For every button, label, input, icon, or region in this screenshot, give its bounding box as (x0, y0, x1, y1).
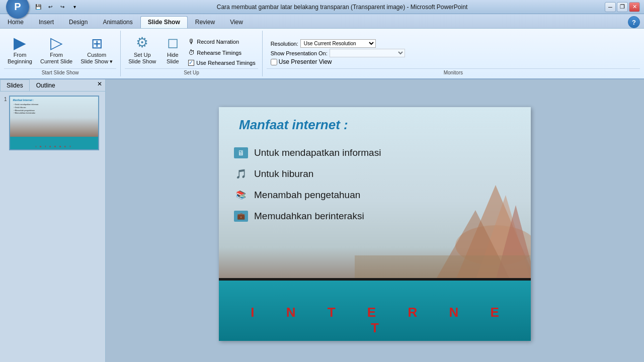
slide-number: 1 (4, 96, 7, 102)
ribbon-content: ▶ From Beginning ▷ From Current Slide ⊞ (0, 29, 644, 78)
use-presenter-checkbox[interactable] (271, 59, 277, 65)
resolution-label: Resolution: (271, 41, 298, 47)
item-text-4: Memudahkan berinteraksi (254, 211, 364, 222)
slide-item-1: 🖥 Untuk mendapatkan informasi (234, 147, 521, 158)
slide-container[interactable]: Manfaat internet : 🖥 Untuk mendapatkan i… (219, 107, 531, 341)
tab-animations[interactable]: Animations (95, 16, 140, 28)
start-slideshow-group-label: Start Slide Show (4, 68, 116, 75)
rehearse-timings-label: Rehearse Timings (197, 50, 242, 56)
slide-area: Manfaat internet : 🖥 Untuk mendapatkan i… (106, 79, 644, 362)
tab-design[interactable]: Design (61, 16, 95, 28)
tab-review[interactable]: Review (188, 16, 222, 28)
use-rehearsed-timings-button[interactable]: Use Rehearsed Timings (186, 58, 258, 67)
use-rehearsed-label: Use Rehearsed Timings (196, 60, 255, 66)
slide-footer-internet: I N T E R N E T (219, 305, 531, 336)
main-area: Slides Outline ✕ 1 Manfaat Internet : • … (0, 79, 644, 362)
item-icon-3: 📚 (234, 190, 248, 201)
slide-item-4: 💼 Memudahkan berinteraksi (234, 211, 521, 222)
slide-thumbnail[interactable]: Manfaat Internet : • Untuk mendapatkan i… (9, 96, 99, 150)
title-bar: P 💾 ↩ ↪ ▾ Cara membuat gambar latar bela… (0, 0, 644, 14)
monitors-group-label: Monitors (267, 68, 640, 75)
from-current-slide-button[interactable]: ▷ From Current Slide (37, 32, 76, 67)
from-beginning-icon: ▶ (14, 35, 26, 51)
hide-slide-icon: ◻ (167, 34, 179, 51)
from-beginning-label: From Beginning (8, 52, 32, 65)
redo-qat-button[interactable]: ↪ (57, 2, 67, 12)
svg-rect-5 (355, 255, 531, 281)
help-button[interactable]: ? (628, 16, 640, 28)
tab-home[interactable]: Home (0, 16, 31, 28)
ribbon-tabs: Home Insert Design Animations Slide Show… (0, 14, 644, 29)
ribbon-group-start-slideshow: ▶ From Beginning ▷ From Current Slide ⊞ (0, 31, 121, 76)
hide-slide-button[interactable]: ◻ Hide Slide (162, 32, 184, 67)
item-icon-1: 🖥 (234, 147, 248, 158)
restore-button[interactable]: ❐ (617, 2, 628, 12)
item-text-2: Untuk hiburan (254, 168, 313, 179)
tab-view[interactable]: View (222, 16, 251, 28)
window-title: Cara membuat gambar latar belakang trans… (79, 4, 605, 11)
use-presenter-label: Use Presenter View (279, 58, 332, 65)
tab-slideshow[interactable]: Slide Show (140, 16, 188, 28)
show-on-select[interactable] (330, 49, 405, 57)
ribbon-group-setup: ⚙ Set Up Slide Show ◻ Hide Slide (121, 31, 262, 76)
customize-qat-button[interactable]: ▾ (69, 2, 79, 12)
record-narration-button[interactable]: 🎙 Record Narration (186, 36, 258, 47)
slide-title: Manfaat internet : (239, 117, 348, 133)
from-current-icon: ▷ (50, 35, 63, 51)
setup-group-label: Set Up (125, 68, 258, 75)
item-text-1: Untuk mendapatkan informasi (254, 147, 381, 158)
outline-tab[interactable]: Outline (30, 79, 62, 91)
item-text-3: Menambah pengetahuan (254, 190, 360, 201)
slides-tab[interactable]: Slides (0, 79, 30, 91)
record-narration-icon: 🎙 (188, 38, 195, 45)
show-on-label: Show Presentation On: (271, 50, 328, 56)
slide-item-2: 🎵 Untuk hiburan (234, 168, 521, 179)
rehearse-timings-button[interactable]: ⏱ Rehearse Timings (186, 47, 258, 58)
custom-slide-show-button[interactable]: ⊞ Custom Slide Show ▾ (77, 34, 116, 67)
tab-insert[interactable]: Insert (31, 16, 61, 28)
use-rehearsed-checkbox[interactable] (188, 60, 194, 66)
slides-list: 1 Manfaat Internet : • Untuk mendapatkan… (0, 92, 105, 362)
rehearse-timings-icon: ⏱ (188, 49, 195, 56)
resolution-select[interactable]: Use Current Resolution (300, 39, 376, 48)
record-narration-label: Record Narration (197, 39, 239, 45)
slides-panel-close[interactable]: ✕ (94, 79, 105, 91)
item-icon-2: 🎵 (234, 168, 248, 179)
item-icon-4: 💼 (234, 211, 248, 222)
from-current-label: From Current Slide (40, 52, 72, 65)
ribbon-group-monitors: Resolution: Use Current Resolution Show … (263, 31, 644, 76)
set-up-slide-show-button[interactable]: ⚙ Set Up Slide Show (125, 32, 159, 67)
custom-show-label: Custom Slide Show ▾ (80, 52, 113, 65)
slides-panel-tabs: Slides Outline ✕ (0, 79, 105, 92)
close-button[interactable]: ✕ (629, 2, 640, 12)
slides-panel: Slides Outline ✕ 1 Manfaat Internet : • … (0, 79, 106, 362)
setup-icon: ⚙ (136, 34, 148, 51)
window-controls: ─ ❐ ✕ (605, 2, 640, 12)
ribbon: Home Insert Design Animations Slide Show… (0, 14, 644, 79)
save-qat-button[interactable]: 💾 (33, 2, 43, 12)
undo-qat-button[interactable]: ↩ (45, 2, 55, 12)
minimize-button[interactable]: ─ (605, 2, 616, 12)
slide-item-3: 📚 Menambah pengetahuan (234, 190, 521, 201)
slide-content: 🖥 Untuk mendapatkan informasi 🎵 Untuk hi… (234, 147, 521, 232)
custom-show-icon: ⊞ (91, 37, 103, 51)
from-beginning-button[interactable]: ▶ From Beginning (4, 32, 36, 67)
